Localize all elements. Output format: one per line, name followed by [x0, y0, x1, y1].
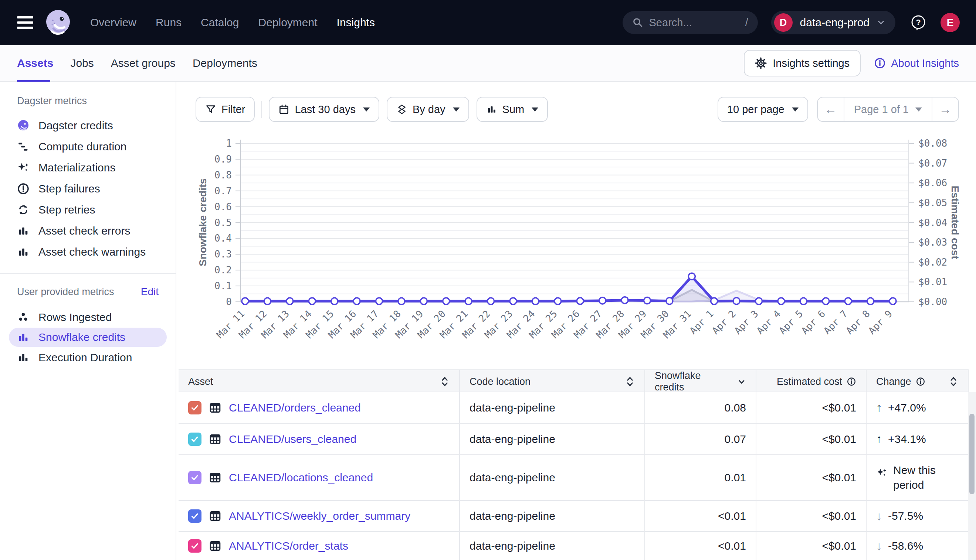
change-label: -58.6% — [888, 540, 923, 552]
asset-link[interactable]: ANALYTICS/weekly_order_summary — [229, 510, 410, 522]
table-scrollbar[interactable] — [968, 392, 976, 560]
asset-cell: CLEANED/orders_cleaned — [179, 392, 460, 423]
sidebar-item-asset-check-warnings[interactable]: Asset check warnings — [0, 241, 175, 262]
change-cell: ↑+47.0% — [867, 392, 969, 423]
retry-icon — [17, 203, 30, 216]
code-location-cell: data-eng-pipeline — [460, 532, 645, 560]
asset-cell: ANALYTICS/weekly_order_summary — [179, 501, 460, 531]
sort-icon[interactable] — [949, 376, 958, 387]
column-header-asset[interactable]: Asset — [179, 370, 460, 393]
svg-text:Apr 1: Apr 1 — [687, 308, 716, 337]
series-checkbox[interactable] — [188, 509, 202, 523]
sidebar-item-asset-check-errors[interactable]: Asset check errors — [0, 220, 175, 241]
sparkle-icon — [876, 467, 887, 478]
asset-link[interactable]: CLEANED/users_cleaned — [229, 433, 356, 445]
tab-asset-groups[interactable]: Asset groups — [111, 57, 175, 70]
deployment-name: data-eng-prod — [800, 16, 869, 29]
series-checkbox[interactable] — [188, 471, 202, 484]
granularity-dropdown[interactable]: By day — [387, 97, 469, 122]
asset-link[interactable]: ANALYTICS/order_stats — [229, 540, 348, 552]
search-input[interactable]: Search... / — [623, 11, 758, 34]
nav-insights[interactable]: Insights — [337, 16, 375, 29]
user-avatar[interactable]: E — [941, 13, 960, 32]
asset-cell: ANALYTICS/order_stats — [179, 532, 460, 560]
tab-assets[interactable]: Assets — [17, 57, 53, 70]
svg-text:$0.02: $0.02 — [918, 257, 947, 268]
arrow-down-icon: ↓ — [876, 509, 882, 523]
nav-runs[interactable]: Runs — [155, 16, 182, 29]
chevron-down-icon — [792, 107, 799, 112]
column-label: Change — [876, 376, 911, 387]
per-page-dropdown[interactable]: 10 per page — [718, 97, 808, 122]
deployment-switcher[interactable]: D data-eng-prod — [771, 11, 896, 34]
code-location-cell: data-eng-pipeline — [460, 424, 645, 454]
y-axis-right-title: Estimated cost — [949, 185, 961, 259]
page-status-dropdown[interactable]: Page 1 of 1 — [844, 98, 933, 121]
change-label: +34.1% — [888, 433, 926, 445]
sort-desc-icon[interactable] — [737, 377, 746, 386]
line-chart-canvas[interactable]: 00.10.20.30.40.50.60.70.80.91$0.00$0.01$… — [177, 129, 976, 366]
sidebar-item-compute-duration[interactable]: Compute duration — [0, 136, 175, 157]
hamburger-menu-icon[interactable] — [17, 16, 33, 29]
column-header-change[interactable]: Change — [867, 370, 969, 393]
change-label: New this period — [893, 463, 953, 493]
sidebar-item-label: Step failures — [38, 182, 100, 195]
nav-deployment[interactable]: Deployment — [258, 16, 317, 29]
calendar-icon — [278, 104, 289, 115]
edit-user-metrics-link[interactable]: Edit — [141, 286, 159, 298]
filter-button[interactable]: Filter — [196, 97, 255, 122]
svg-text:$0.08: $0.08 — [918, 138, 947, 149]
sidebar-item-materializations[interactable]: Materializations — [0, 157, 175, 178]
chevron-down-icon — [531, 107, 538, 112]
tab-deployments[interactable]: Deployments — [192, 57, 257, 70]
change-cell: ↑+34.1% — [867, 424, 969, 454]
scrollbar-thumb[interactable] — [969, 414, 974, 494]
next-page-button[interactable]: → — [933, 98, 958, 121]
sort-icon[interactable] — [625, 376, 635, 387]
code-location-cell: data-eng-pipeline — [460, 455, 645, 500]
chevron-down-icon — [876, 18, 886, 27]
sidebar-item-label: Execution Duration — [38, 351, 132, 364]
pagination-control: ← Page 1 of 1 → — [817, 97, 959, 122]
column-header-code-location[interactable]: Code location — [460, 370, 645, 393]
estimated-cost-cell: <$0.01 — [756, 501, 867, 531]
sidebar-item-snowflake-credits[interactable]: Snowflake credits — [9, 328, 167, 347]
estimated-cost-cell: <$0.01 — [756, 424, 867, 454]
dagster-metrics-section-label: Dagster metrics — [17, 95, 175, 107]
about-insights-link[interactable]: About Insights — [874, 57, 959, 70]
dagster-logo-icon[interactable] — [43, 8, 72, 37]
asset-link[interactable]: CLEANED/orders_cleaned — [229, 402, 361, 414]
column-header-snowflake-credits[interactable]: Snowflake credits — [645, 370, 756, 393]
svg-text:?: ? — [916, 18, 921, 27]
column-header-estimated-cost[interactable]: Estimated cost — [756, 370, 867, 393]
series-checkbox[interactable] — [188, 401, 202, 415]
prev-page-button[interactable]: ← — [818, 98, 844, 121]
info-icon[interactable] — [847, 377, 856, 387]
sort-icon[interactable] — [440, 376, 450, 387]
tab-jobs[interactable]: Jobs — [70, 57, 94, 70]
series-checkbox[interactable] — [188, 433, 202, 446]
nav-overview[interactable]: Overview — [90, 16, 136, 29]
table-row: CLEANED/locations_cleaned data-eng-pipel… — [179, 455, 969, 501]
sidebar-item-execution-duration[interactable]: Execution Duration — [0, 347, 175, 368]
sidebar-item-step-failures[interactable]: Step failures — [0, 178, 175, 199]
series-checkbox[interactable] — [188, 539, 202, 553]
info-icon[interactable] — [916, 377, 925, 387]
asset-metrics-table: Asset Code location Snowflake credits Es… — [179, 369, 969, 560]
sidebar-item-rows-ingested[interactable]: Rows Ingested — [0, 307, 175, 328]
bar-chart-icon — [17, 225, 30, 237]
sidebar-item-label: Compute duration — [38, 140, 127, 153]
svg-text:0.4: 0.4 — [214, 233, 232, 244]
asset-link[interactable]: CLEANED/locations_cleaned — [229, 471, 373, 484]
date-range-dropdown[interactable]: Last 30 days — [269, 97, 379, 122]
sidebar-item-step-retries[interactable]: Step retries — [0, 199, 175, 220]
svg-text:0.1: 0.1 — [214, 280, 232, 292]
aggregation-dropdown[interactable]: Sum — [476, 97, 548, 122]
svg-text:1: 1 — [226, 138, 232, 149]
insights-settings-button[interactable]: Insights settings — [744, 50, 861, 77]
help-icon[interactable]: ? — [909, 14, 927, 32]
search-placeholder: Search... — [649, 17, 692, 29]
sidebar-item-label: Asset check warnings — [38, 246, 145, 258]
nav-catalog[interactable]: Catalog — [201, 16, 239, 29]
sidebar-item-dagster-credits[interactable]: Dagster credits — [0, 115, 175, 136]
